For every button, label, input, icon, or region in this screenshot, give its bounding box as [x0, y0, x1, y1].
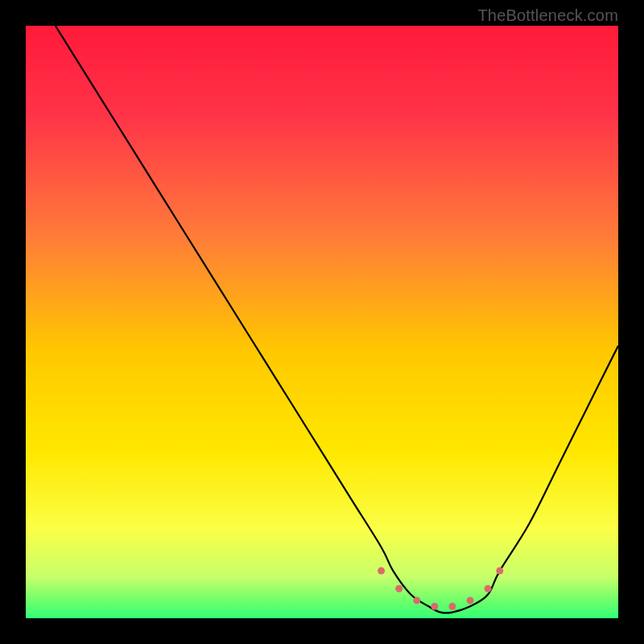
chart-svg: [26, 26, 618, 618]
watermark-text: TheBottleneck.com: [477, 6, 618, 25]
optimal-marker-dot: [413, 597, 420, 604]
optimal-marker-dot: [395, 585, 402, 592]
optimal-marker-dot: [448, 603, 456, 610]
optimal-marker-dot: [467, 597, 474, 604]
optimal-marker-dot: [431, 603, 438, 610]
gradient-rect: [26, 26, 618, 618]
optimal-marker-dot: [496, 568, 503, 575]
chart-area: [26, 26, 618, 618]
optimal-marker-dot: [378, 568, 385, 575]
optimal-marker-dot: [485, 585, 492, 592]
